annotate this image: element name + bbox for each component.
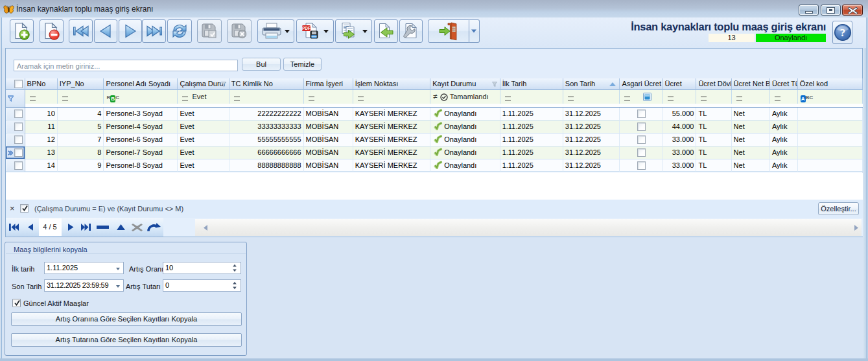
svg-text:?: ?: [839, 27, 845, 39]
